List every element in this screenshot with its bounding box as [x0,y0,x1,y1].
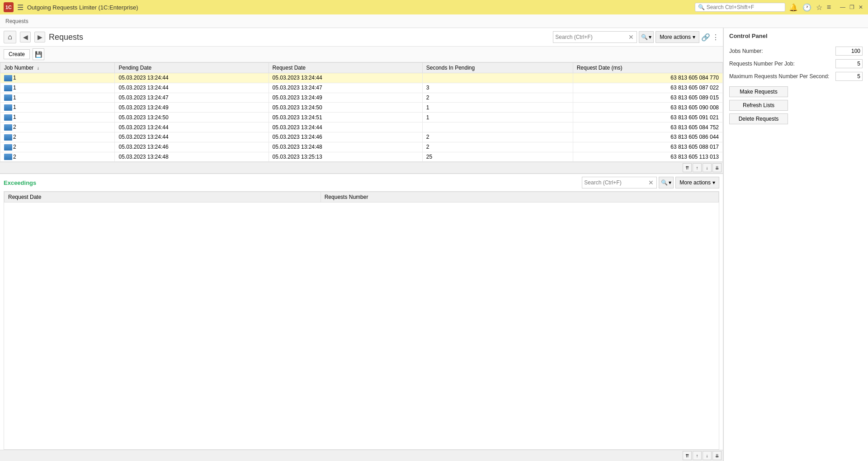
link-icon[interactable]: 🔗 [701,33,710,42]
requests-section: ⌂ ◀ ▶ Requests ✕ 🔍 ▾ More actions [0,28,723,173]
forward-button[interactable]: ▶ [34,32,45,42]
notification-icon[interactable]: 🔔 [789,3,798,12]
breadcrumb-bar: Requests [0,14,868,28]
exceedings-table: Request Date Requests Number [4,192,719,202]
search-icon: 🔍 [641,34,648,40]
cell-job: 2 [0,122,115,132]
exceedings-title: Exceedings [4,179,36,186]
cell-seconds: 2 [422,132,573,142]
exc-scroll-up-button[interactable]: ↑ [693,451,702,460]
refresh-lists-button[interactable]: Refresh Lists [729,100,788,111]
cell-request-ms: 63 813 605 091 021 [573,113,722,122]
col-job-number[interactable]: Job Number ↓ [0,63,115,73]
requests-per-job-field: Requests Number Per Job: [729,59,863,68]
scroll-up-button[interactable]: ↑ [693,163,702,172]
scroll-bottom-button[interactable]: ⇊ [712,163,722,172]
back-button[interactable]: ◀ [20,32,31,42]
cell-request-date: 05.03.2023 13:24:48 [269,142,422,152]
table-row[interactable]: 2 05.03.2023 13:24:44 05.03.2023 13:24:4… [0,132,723,142]
cell-request-ms: 63 813 605 090 008 [573,103,722,113]
table-row[interactable]: 1 05.03.2023 13:24:44 05.03.2023 13:24:4… [0,83,723,93]
search-go-button[interactable]: 🔍 ▾ [639,31,654,43]
global-search-input[interactable] [707,4,782,10]
table-row[interactable]: 2 05.03.2023 13:24:44 05.03.2023 13:24:4… [0,122,723,132]
requests-search-input[interactable] [555,34,627,40]
cell-job: 2 [0,142,115,152]
delete-requests-button[interactable]: Delete Requests [729,113,788,124]
search-icon: 🔍 [698,4,705,10]
favorites-icon[interactable]: ☆ [816,3,822,12]
exceedings-search-box: ✕ [582,177,657,188]
max-requests-field: Maximum Requests Number Per Second: [729,72,863,81]
cell-seconds: 1 [422,103,573,113]
max-requests-input[interactable] [835,72,863,81]
col-pending-date[interactable]: Pending Date [115,63,269,73]
cell-request-ms: 63 813 605 089 015 [573,93,722,103]
cell-pending-date: 05.03.2023 13:24:47 [115,93,269,103]
cell-pending-date: 05.03.2023 13:24:44 [115,83,269,93]
col-request-date[interactable]: Request Date [5,192,321,202]
col-seconds-in-pending[interactable]: Seconds In Pending [422,63,573,73]
requests-per-job-input[interactable] [835,59,863,68]
col-requests-number[interactable]: Requests Number [321,192,718,202]
restore-button[interactable]: ❐ [848,4,855,11]
cell-request-ms: 63 813 605 087 022 [573,83,722,93]
window-controls: — ❐ ✕ [839,4,864,11]
home-button[interactable]: ⌂ [4,31,16,43]
cell-request-date: 05.03.2023 13:24:44 [269,73,422,83]
cell-job: 2 [0,152,115,162]
close-button[interactable]: ✕ [857,4,864,11]
col-request-date-ms[interactable]: Request Date (ms) [573,63,722,73]
exc-search-clear-icon[interactable]: ✕ [647,179,655,186]
row-icon [4,134,12,141]
cell-request-ms: 63 813 605 113 013 [573,152,722,162]
exceedings-search-go-button[interactable]: 🔍 ▾ [659,177,674,188]
col-request-date[interactable]: Request Date [269,63,422,73]
cell-request-ms: 63 813 605 084 770 [573,73,722,83]
cell-seconds: 25 [422,152,573,162]
more-options-icon[interactable]: ⋮ [712,33,719,42]
exceedings-header: Exceedings ✕ 🔍 ▾ More actions ▾ [0,174,723,191]
cell-request-date: 05.03.2023 13:24:50 [269,103,422,113]
more-actions-button[interactable]: More actions ▾ [656,31,699,43]
jobs-number-label: Jobs Number: [729,48,832,54]
exceedings-more-actions-button[interactable]: More actions ▾ [675,177,719,188]
scroll-down-button[interactable]: ↓ [703,163,712,172]
cell-seconds [422,122,573,132]
cell-seconds: 2 [422,93,573,103]
exc-scroll-down-button[interactable]: ↓ [703,451,712,460]
make-requests-button[interactable]: Make Requests [729,86,788,97]
cell-request-ms: 63 813 605 086 044 [573,132,722,142]
control-panel: Control Panel Jobs Number: Requests Numb… [723,28,868,461]
table-row[interactable]: 1 05.03.2023 13:24:47 05.03.2023 13:24:4… [0,93,723,103]
exceedings-search-input[interactable] [584,179,647,186]
cell-request-date: 05.03.2023 13:25:13 [269,152,422,162]
create-button[interactable]: Create [4,49,30,59]
requests-table-container: Job Number ↓ Pending Date Request Date S… [0,62,723,162]
settings-icon[interactable]: ≡ [827,3,831,11]
search-clear-icon[interactable]: ✕ [627,33,635,41]
page-title-area: ⌂ ◀ ▶ Requests [4,31,550,43]
jobs-number-input[interactable] [835,47,863,56]
exc-scroll-top-button[interactable]: ⇈ [683,451,692,460]
table-row[interactable]: 2 05.03.2023 13:24:46 05.03.2023 13:24:4… [0,142,723,152]
hamburger-menu[interactable]: ☰ [17,3,24,12]
search-icon: 🔍 [661,179,668,186]
cell-seconds [422,73,573,83]
save-button[interactable]: 💾 [33,48,44,60]
exc-scroll-bottom-button[interactable]: ⇊ [712,451,722,460]
row-icon [4,85,12,91]
table-row[interactable]: 1 05.03.2023 13:24:50 05.03.2023 13:24:5… [0,113,723,122]
cell-pending-date: 05.03.2023 13:24:44 [115,73,269,83]
table-row[interactable]: 1 05.03.2023 13:24:44 05.03.2023 13:24:4… [0,73,723,83]
exceedings-toolbar: ✕ 🔍 ▾ More actions ▾ [582,177,719,188]
scroll-top-button[interactable]: ⇈ [683,163,692,172]
history-icon[interactable]: 🕐 [802,3,811,12]
minimize-button[interactable]: — [839,4,846,11]
table-row[interactable]: 2 05.03.2023 13:24:48 05.03.2023 13:25:1… [0,152,723,162]
cell-job: 1 [0,113,115,122]
table-row[interactable]: 1 05.03.2023 13:24:49 05.03.2023 13:24:5… [0,103,723,113]
row-icon [4,75,12,81]
global-search-box: 🔍 [695,3,785,12]
exceedings-section: Exceedings ✕ 🔍 ▾ More actions ▾ [0,173,723,461]
